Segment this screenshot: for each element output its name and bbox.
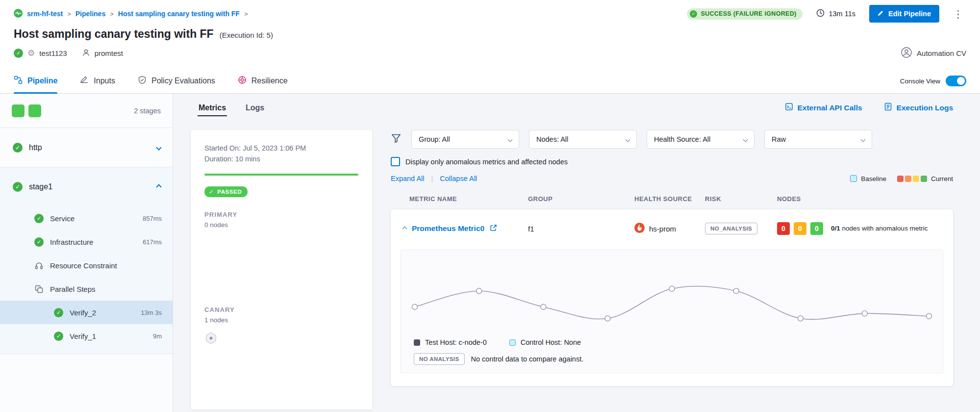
more-options-button[interactable]: ⋮ (950, 8, 966, 20)
stage-success-icon: ✓ (13, 143, 23, 153)
tab-pipeline-label: Pipeline (27, 77, 57, 85)
tab-resilience[interactable]: Resilience (238, 69, 288, 93)
edit-pipeline-label: Edit Pipeline (888, 10, 931, 18)
policy-shield-icon (138, 76, 147, 86)
metrics-analysis-panel: Group: All Nodes: All Health Source: All (391, 130, 953, 386)
tab-logs-label: Logs (246, 103, 264, 112)
execution-logs-label: Execution Logs (897, 103, 953, 112)
tab-inputs[interactable]: Inputs (80, 69, 115, 93)
breadcrumb-project[interactable]: srm-hf-test (27, 10, 63, 18)
edit-pipeline-button[interactable]: Edit Pipeline (869, 5, 939, 23)
stage-stage1[interactable]: ✓ stage1 (0, 167, 173, 206)
document-icon (884, 103, 892, 113)
external-link-icon[interactable] (490, 224, 497, 233)
step-label: Service (50, 214, 75, 223)
step-label: Resource Constraint (50, 261, 117, 270)
step-verify-1[interactable]: ✓ Verify_1 9m (0, 324, 173, 348)
execution-stage-sidebar: 2 stages ✓ http ✓ stage1 ✓ Service 857ms (0, 94, 173, 412)
tab-logs[interactable]: Logs (245, 101, 265, 118)
group-filter-value: Group: All (419, 135, 450, 143)
duration: Duration: 10 mins (204, 154, 358, 164)
resource-constraint-icon (34, 261, 44, 270)
metric-name-link[interactable]: Prometheus Metric0 (412, 224, 484, 233)
anomalous-only-checkbox-row[interactable]: Display only anomalous metrics and affec… (391, 157, 953, 166)
step-label: Verify_1 (70, 332, 96, 340)
passed-label: PASSED (217, 189, 242, 195)
step-duration: 9m (153, 333, 162, 340)
group-filter-dropdown[interactable]: Group: All (411, 130, 519, 149)
collapse-metric-chevron[interactable] (402, 226, 407, 231)
expand-all-link[interactable]: Expand All (391, 175, 425, 182)
avatar (901, 47, 912, 59)
data-mode-dropdown[interactable]: Raw (764, 130, 872, 149)
stage-http-label: http (29, 143, 42, 152)
nodes-filter-dropdown[interactable]: Nodes: All (529, 130, 637, 149)
step-duration: 13m 3s (141, 309, 162, 316)
app-root: srm-hf-test > Pipelines > Host sampling … (0, 0, 980, 412)
pencil-icon (878, 10, 884, 18)
current-label: Current (931, 175, 953, 182)
stage-stage1-section: ✓ stage1 ✓ Service 857ms ✓ Infrastructur… (0, 167, 173, 354)
col-metric-name: METRIC NAME (409, 195, 528, 203)
tab-pipeline[interactable]: Pipeline (14, 69, 57, 93)
collapse-all-link[interactable]: Collapse All (440, 175, 477, 182)
col-group: GROUP (528, 195, 634, 203)
step-parallel-steps[interactable]: Parallel Steps (0, 277, 173, 301)
step-label: Verify_2 (70, 309, 96, 317)
nodes-summary: 0/1 nodes with anomalous metric (831, 224, 934, 233)
nodes-ratio: 0/1 (831, 225, 840, 232)
data-mode-value: Raw (772, 135, 786, 143)
tab-metrics[interactable]: Metrics (198, 101, 227, 118)
environment-name: promtest (95, 49, 123, 57)
divider: | (431, 175, 433, 182)
triggered-by-name: Automation CV (917, 49, 966, 57)
health-source-filter-dropdown[interactable]: Health Source: All (647, 130, 754, 149)
node-count-amber: 0 (794, 222, 806, 235)
baseline-label: Baseline (861, 175, 886, 182)
service-status-icon: ✓ (14, 49, 23, 58)
metric-group: f1 (528, 225, 634, 233)
chevron-down-icon (861, 137, 866, 142)
chevron-down-icon (508, 137, 513, 142)
col-nodes: NODES (777, 195, 953, 203)
anomalous-only-label: Display only anomalous metrics and affec… (405, 158, 568, 166)
step-resource-constraint[interactable]: Resource Constraint (0, 254, 173, 277)
breadcrumb: srm-hf-test > Pipelines > Host sampling … (14, 9, 248, 19)
no-analysis-badge: NO ANALYSIS (414, 353, 465, 365)
metric-card: Prometheus Metric0 f1 hs-prom (391, 209, 953, 386)
console-view-toggle[interactable] (946, 76, 966, 86)
primary-node-count: 0 nodes (204, 221, 358, 229)
status-badge: ✓ SUCCESS (FAILURE IGNORED) (687, 8, 803, 20)
filter-icon[interactable] (391, 133, 402, 146)
api-calls-icon (785, 103, 793, 113)
clock-icon (816, 9, 825, 19)
breadcrumb-pipeline[interactable]: Host sampling canary testing with FF (118, 10, 240, 18)
risk-yellow-swatch (913, 176, 919, 182)
step-duration: 617ms (143, 238, 162, 246)
check-icon: ✓ (209, 188, 214, 195)
step-duration: 857ms (143, 215, 162, 222)
external-api-calls-link[interactable]: External API Calls (785, 103, 862, 113)
canary-node-hexagon[interactable] (204, 332, 358, 347)
step-verify-2[interactable]: ✓ Verify_2 13m 3s (0, 301, 173, 324)
health-source-filter-value: Health Source: All (654, 135, 710, 143)
page-title: Host sampling canary testing with FF (14, 27, 214, 41)
verification-summary-card: Started On: Jul 5, 2023 1:06 PM Duration… (191, 130, 372, 410)
step-success-icon: ✓ (34, 214, 44, 223)
execution-logs-link[interactable]: Execution Logs (884, 103, 953, 113)
checkbox[interactable] (391, 157, 400, 166)
analysis-status-row: NO ANALYSIS No control data to compare a… (401, 346, 943, 365)
step-infrastructure[interactable]: ✓ Infrastructure 617ms (0, 230, 173, 254)
triggered-by: Automation CV (901, 47, 966, 59)
tab-policy-evaluations[interactable]: Policy Evaluations (138, 69, 215, 93)
parallel-steps-icon (34, 284, 44, 294)
chevron-down-icon (156, 145, 161, 150)
nodes-caption: nodes with anomalous metric (842, 225, 928, 232)
metric-chart-svg[interactable] (401, 258, 943, 332)
pipeline-icon (14, 76, 23, 86)
control-host-swatch (509, 339, 516, 346)
stage-http[interactable]: ✓ http (0, 128, 173, 167)
service-name: test1123 (39, 49, 67, 57)
step-service[interactable]: ✓ Service 857ms (0, 206, 173, 230)
breadcrumb-pipelines[interactable]: Pipelines (75, 10, 105, 18)
